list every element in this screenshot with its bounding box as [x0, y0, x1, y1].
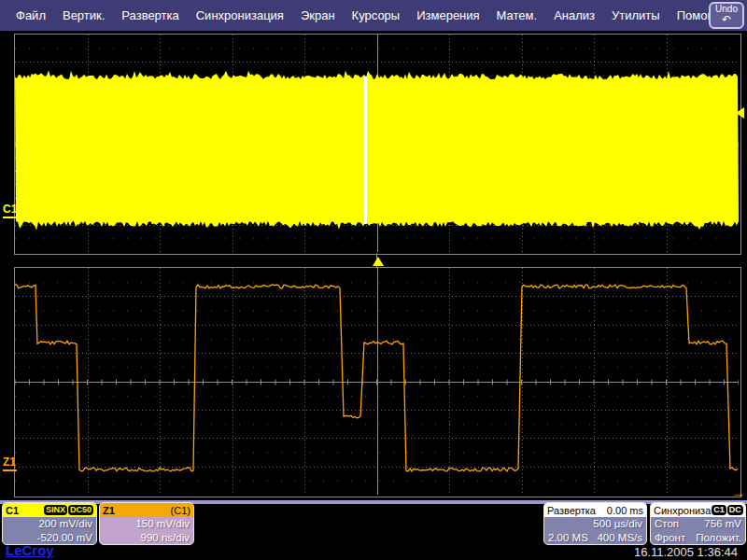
trigger-time-offscreen-arrow-icon: →: [731, 485, 745, 499]
lecroy-logo: LeCroy: [6, 543, 54, 558]
c1-baseline-marker: [3, 217, 17, 218]
c1-waveform: [15, 35, 739, 252]
trigger-title: Синхрониза: [654, 505, 711, 516]
undo-icon: ↶: [711, 15, 742, 24]
z1-hdiv-row: 990 ns/div: [100, 531, 193, 545]
menu-item-Экран[interactable]: Экран: [292, 8, 344, 22]
trigger-level-marker[interactable]: [736, 107, 744, 119]
z1-source: (C1): [171, 505, 190, 516]
main-graticule: [14, 34, 741, 255]
z1-descriptor-box[interactable]: Z1 (C1) 150 mV/div 990 ns/div: [99, 502, 194, 545]
menu-item-Синхронизация[interactable]: Синхронизация: [188, 8, 292, 22]
timebase-title: Развертка: [547, 505, 596, 516]
timebase-descriptor-box[interactable]: Развертка 0.00 ms 500 µs/div 2.00 MS 400…: [543, 502, 647, 545]
trigger-slope-row: Фронт Положит.: [651, 531, 745, 545]
timebase-sample-row: 2.00 MS 400 MS/s: [544, 531, 646, 545]
zoom-graticule: [14, 267, 741, 497]
menu-item-Курсоры[interactable]: Курсоры: [344, 8, 409, 22]
menu-item-Анализ[interactable]: Анализ: [545, 8, 603, 22]
badge-DC: DC: [727, 505, 743, 515]
badge-C1: C1: [712, 505, 726, 515]
menu-item-Вертик.[interactable]: Вертик.: [54, 8, 113, 22]
timebase-tdiv-row: 500 µs/div: [544, 517, 646, 531]
trigger-position-marker[interactable]: [373, 257, 384, 266]
trigger-mode-row: Стоп 756 mV: [651, 517, 745, 531]
badge-DC50: DC50: [68, 505, 93, 515]
timebase-header: Развертка 0.00 ms: [544, 503, 646, 517]
menu-item-Развертка[interactable]: Развертка: [113, 8, 187, 22]
datetime-display: 16.11.2005 1:36:44: [634, 545, 738, 559]
oscilloscope-screen: ФайлВертик.РазверткаСинхронизацияЭкранКу…: [0, 0, 747, 560]
menu-item-Матем.[interactable]: Матем.: [488, 8, 546, 22]
trigger-badges: C1DC: [711, 505, 743, 515]
menu-item-Файл[interactable]: Файл: [7, 8, 54, 22]
z1-vdiv-row: 150 mV/div: [100, 517, 193, 531]
c1-channel-label: C1: [3, 203, 17, 218]
c1-badges: SINXDC50: [43, 505, 93, 515]
c1-name: C1: [6, 505, 19, 516]
c1-descriptor-box[interactable]: C1 SINXDC50 200 mV/div -520.00 mV: [2, 502, 97, 545]
badge-SINX: SINX: [44, 505, 67, 515]
z1-baseline-marker: [3, 469, 17, 471]
z1-waveform: [15, 268, 739, 495]
trigger-header: Синхрониза C1DC: [651, 503, 745, 517]
z1-name: Z1: [103, 505, 115, 516]
timebase-offset: 0.00 ms: [607, 505, 643, 516]
trigger-descriptor-box[interactable]: Синхрониза C1DC Стоп 756 mV Фронт Положи…: [650, 502, 746, 545]
undo-button[interactable]: Undo ↶: [709, 2, 744, 29]
menu-items: ФайлВертик.РазверткаСинхронизацияЭкранКу…: [7, 8, 732, 22]
z1-descriptor-header: Z1 (C1): [100, 503, 193, 517]
menu-item-Измерения[interactable]: Измерения: [408, 8, 487, 22]
c1-descriptor-header: C1 SINXDC50: [3, 503, 96, 517]
menu-item-Утилиты[interactable]: Утилиты: [603, 8, 669, 22]
c1-vdiv-row: 200 mV/div: [3, 517, 96, 531]
menu-bar: ФайлВертик.РазверткаСинхронизацияЭкранКу…: [0, 0, 747, 31]
z1-channel-label: Z1: [3, 456, 17, 471]
